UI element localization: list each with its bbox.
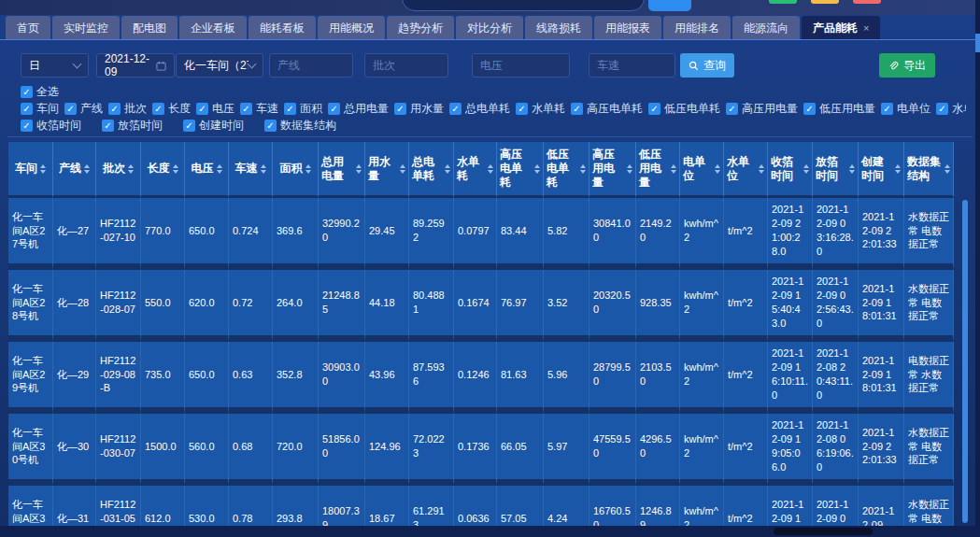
query-button[interactable]: 查询 (680, 53, 734, 78)
tab-产品能耗[interactable]: 产品能耗× (802, 16, 880, 40)
vertical-scrollbar[interactable] (962, 200, 968, 523)
column-header-面积[interactable]: 面积 (273, 142, 319, 198)
toggle-用水量[interactable]: ✓用水量 (394, 101, 444, 117)
toggle-高压电单耗[interactable]: ✓高压电单耗 (571, 101, 643, 117)
tab-趋势分析[interactable]: 趋势分析 (387, 16, 454, 40)
column-header-cell: 批次 (99, 162, 137, 176)
sort-icon[interactable] (671, 164, 676, 174)
tab-配电图[interactable]: 配电图 (121, 16, 178, 40)
toggle-创建时间[interactable]: ✓创建时间 (183, 118, 244, 134)
column-header-水单位[interactable]: 水单位 (724, 142, 768, 198)
toggle-低压电单耗[interactable]: ✓低压电单耗 (648, 101, 720, 117)
column-header-用水量[interactable]: 用水量 (365, 142, 409, 198)
date-picker[interactable]: 2021-12-09 (96, 53, 175, 78)
toggle-车速[interactable]: ✓车速 (240, 101, 278, 117)
column-header-放箔时间[interactable]: 放箔时间 (813, 142, 859, 198)
sort-icon[interactable] (445, 164, 450, 174)
column-header-电单位[interactable]: 电单位 (680, 142, 724, 198)
column-header-cell: 面积 (276, 162, 315, 176)
toggle-高压用电量[interactable]: ✓高压用电量 (726, 101, 798, 117)
column-header-高压用电量[interactable]: 高压用电量 (589, 142, 636, 198)
sort-icon[interactable] (534, 164, 540, 174)
tab-能耗看板[interactable]: 能耗看板 (249, 16, 316, 40)
workshop-select-value: 化一车间（27-6... (184, 58, 249, 74)
horizontal-scrollbar-thumb[interactable] (774, 528, 873, 535)
toggle-总电单耗[interactable]: ✓总电单耗 (449, 101, 510, 117)
sort-icon[interactable] (400, 164, 405, 174)
column-header-低压用电量[interactable]: 低压用电量 (636, 142, 680, 198)
tab-用能概况[interactable]: 用能概况 (318, 16, 385, 40)
toggle-select-all[interactable]: ✓ 全选 (21, 84, 59, 100)
sort-icon[interactable] (759, 164, 764, 174)
toggle-车间[interactable]: ✓车间 (21, 101, 59, 117)
line-input[interactable] (277, 59, 345, 72)
column-header-总电单耗[interactable]: 总电单耗 (409, 142, 454, 198)
toggle-放箔时间[interactable]: ✓放箔时间 (102, 118, 163, 134)
sort-icon[interactable] (305, 164, 311, 174)
tab-用能排名[interactable]: 用能排名 (663, 16, 731, 40)
column-header-电压[interactable]: 电压 (185, 142, 229, 198)
sort-icon[interactable] (803, 164, 809, 174)
toggle-产线[interactable]: ✓产线 (64, 101, 103, 117)
voltage-input[interactable] (480, 59, 561, 72)
toggle-低压用电量[interactable]: ✓低压用电量 (803, 101, 875, 117)
toggle-数据集结构[interactable]: ✓数据集结构 (264, 118, 336, 134)
column-header-产线[interactable]: 产线 (53, 142, 96, 198)
tab-实时监控[interactable]: 实时监控 (52, 16, 120, 40)
toggle-电单位[interactable]: ✓电单位 (881, 101, 930, 117)
sort-icon[interactable] (944, 164, 950, 174)
tab-企业看板[interactable]: 企业看板 (179, 16, 247, 40)
tab-能源流向[interactable]: 能源流向 (732, 16, 800, 40)
sort-icon[interactable] (217, 164, 222, 174)
column-header-长度[interactable]: 长度 (141, 142, 185, 198)
checkbox-checked-icon: ✓ (394, 103, 406, 115)
address-bar-button[interactable] (648, 0, 691, 11)
column-header-数据集结构[interactable]: 数据集结构 (904, 142, 954, 198)
toggle-水单位[interactable]: ✓水单位 (936, 101, 966, 117)
toggle-批次[interactable]: ✓批次 (108, 101, 147, 117)
sort-icon[interactable] (261, 164, 266, 174)
sort-asc-icon (580, 164, 586, 168)
column-header-车间[interactable]: 车间 (8, 142, 53, 198)
batch-input[interactable] (373, 59, 440, 72)
column-header-低压电单耗[interactable]: 低压电单耗 (544, 142, 589, 198)
workshop-select[interactable]: 化一车间（27-6... (176, 53, 263, 78)
period-select[interactable]: 日 (21, 53, 89, 78)
column-header-批次[interactable]: 批次 (96, 142, 141, 198)
tab-首页[interactable]: 首页 (6, 16, 50, 40)
toggle-面积[interactable]: ✓面积 (284, 101, 322, 117)
column-header-高压电单耗[interactable]: 高压电单耗 (497, 142, 544, 198)
sort-icon[interactable] (849, 164, 855, 174)
toggle-水单耗[interactable]: ✓水单耗 (516, 101, 565, 117)
sort-icon[interactable] (84, 164, 90, 174)
column-header-创建时间[interactable]: 创建时间 (859, 142, 904, 198)
toggle-总用电量[interactable]: ✓总用电量 (328, 101, 389, 117)
export-button[interactable]: 导出 (879, 53, 935, 78)
sort-icon[interactable] (488, 164, 493, 174)
sort-icon[interactable] (173, 164, 178, 174)
column-header-水单耗[interactable]: 水单耗 (454, 142, 497, 198)
column-header-总用电量[interactable]: 总用电量 (319, 142, 365, 198)
sort-icon[interactable] (627, 164, 632, 174)
address-bar[interactable] (402, 0, 645, 11)
app-window: 首页实时监控配电图企业看板能耗看板用能概况趋势分析对比分析线路损耗用能报表用能排… (0, 0, 980, 537)
tab-close-icon[interactable]: × (863, 16, 869, 40)
toggle-收箔时间[interactable]: ✓收箔时间 (21, 118, 81, 134)
sort-icon[interactable] (715, 164, 720, 174)
tab-线路损耗[interactable]: 线路损耗 (525, 16, 592, 40)
sort-icon[interactable] (895, 164, 901, 174)
toggle-电压[interactable]: ✓电压 (196, 101, 234, 117)
tab-对比分析[interactable]: 对比分析 (456, 16, 523, 40)
speed-input[interactable] (597, 59, 667, 72)
column-header-车速[interactable]: 车速 (229, 142, 273, 198)
sort-icon[interactable] (580, 164, 586, 174)
toggle-长度[interactable]: ✓长度 (152, 101, 191, 117)
column-header-收箔时间[interactable]: 收箔时间 (768, 142, 813, 198)
table-cell: 2021-12-09 19:05:06.0 (768, 414, 813, 486)
sort-icon[interactable] (40, 164, 46, 174)
table-cell: 83.44 (497, 198, 544, 270)
tab-用能报表[interactable]: 用能报表 (594, 16, 661, 40)
sort-icon[interactable] (128, 164, 134, 174)
browser-scrollbar-thumb[interactable] (975, 34, 980, 52)
sort-icon[interactable] (356, 164, 362, 174)
